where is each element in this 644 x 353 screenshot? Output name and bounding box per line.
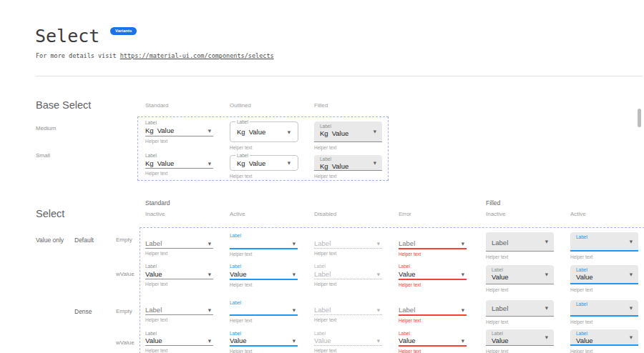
header-divider: [36, 76, 643, 76]
select-label: Label: [486, 329, 554, 337]
dropdown-arrow-icon: ▼: [630, 272, 633, 277]
select-value: Label: [399, 306, 415, 314]
helper-text: Helper text: [230, 145, 298, 150]
select-underline: [145, 136, 213, 136]
size-group-label-dense: Dense: [74, 308, 92, 315]
base-select-filled-small-field[interactable]: LabelKgValue▼: [314, 155, 382, 171]
helper-text: Helper text: [570, 287, 638, 292]
select-standard-active-default-empty-field[interactable]: ▼: [230, 239, 298, 248]
select-label: Label: [314, 264, 382, 269]
select-value: Value: [399, 337, 416, 344]
page-title: Select: [35, 26, 99, 46]
select-label: Label: [145, 264, 213, 269]
select-adornment: Kg: [145, 126, 154, 134]
select-filled-active-default-wvalue-field[interactable]: LabelValue▼: [570, 265, 638, 284]
select-standard-inactive-dense-wvalue-field[interactable]: Value▼: [145, 337, 213, 345]
select-label: Label: [145, 120, 213, 126]
select-standard-inactive-dense-empty-field[interactable]: Label▼: [145, 306, 213, 314]
select-standard-error-default-wvalue-field[interactable]: Value▼: [399, 269, 467, 279]
select-filled-inactive-default-wvalue: LabelValue▼Helper text: [486, 265, 554, 292]
helper-text: Helper text: [399, 282, 467, 287]
dropdown-arrow-icon: ▼: [545, 272, 548, 277]
helper-text: Helper text: [230, 349, 298, 353]
base-select-heading: Base Select: [36, 99, 91, 111]
column-header-standard: Standard: [145, 102, 168, 109]
select-standard-error-default-empty: Label▼Helper text: [399, 233, 467, 257]
dropdown-arrow-icon: ▼: [208, 338, 211, 344]
select-standard-inactive-default-wvalue-field[interactable]: Value▼: [145, 269, 213, 279]
base-select-standard-small: LabelKgValue▼Helper text: [145, 153, 213, 176]
intro-link[interactable]: https://material-ui.com/components/selec…: [120, 52, 274, 59]
select-filled-inactive-default-wvalue-field[interactable]: LabelValue▼: [486, 265, 554, 284]
base-select-filled-small: LabelKgValue▼Helper text: [314, 155, 382, 179]
select-value: Value: [399, 270, 416, 278]
select-filled-active-dense-empty: Label▼Helper text: [570, 300, 638, 324]
select-standard-disabled-dense-wvalue-field[interactable]: Value▼: [314, 337, 382, 345]
select-label: Label: [145, 331, 213, 337]
row-label-medium: Medium: [36, 125, 56, 131]
select-underline: [399, 248, 467, 249]
state-header-filled-active: Active: [570, 211, 586, 217]
helper-text: Helper text: [230, 174, 298, 179]
select-standard-error-default-empty-field[interactable]: Label▼: [399, 239, 467, 248]
select-filled-inactive-dense-wvalue-field[interactable]: LabelValue▼: [486, 329, 554, 346]
select-filled-active-dense-wvalue: LabelValue▼Helper text: [570, 329, 638, 353]
helper-text: Helper text: [314, 145, 382, 150]
select-standard-active-default-wvalue-field[interactable]: Value▼: [230, 269, 298, 279]
select-standard-disabled-dense-empty-field[interactable]: Label▼: [314, 306, 382, 314]
base-select-standard-small-field[interactable]: KgValue▼: [145, 159, 213, 168]
select-standard-error-dense-empty-field[interactable]: Label▼: [399, 306, 467, 314]
dropdown-arrow-icon: ▼: [462, 338, 464, 344]
select-standard-disabled-default-wvalue: LabelLabel▼Helper text: [314, 264, 382, 287]
select-label: [314, 233, 382, 239]
select-standard-disabled-default-wvalue-field[interactable]: Label▼: [314, 269, 382, 279]
helper-text: Helper text: [399, 252, 467, 257]
select-standard-error-dense-wvalue: LabelValue▼Helper text: [399, 331, 467, 353]
base-select-outlined-small-field[interactable]: LabelKgValue▼: [230, 155, 298, 171]
select-label: Label: [486, 232, 554, 247]
select-value: Value: [486, 273, 554, 282]
scrollbar-thumb[interactable]: [638, 109, 641, 127]
dropdown-arrow-icon: ▼: [462, 272, 464, 277]
select-underline: [145, 279, 213, 279]
select-label: Label: [235, 153, 250, 159]
select-label: Label: [230, 300, 298, 306]
base-select-standard-medium-field[interactable]: KgValue▼: [145, 126, 213, 136]
select-filled-active-dense-wvalue-field[interactable]: LabelValue▼: [570, 329, 638, 346]
helper-text: Helper text: [230, 282, 298, 287]
row-label-default-wvalue: wValue: [116, 271, 135, 277]
column-header-filled: Filled: [314, 102, 328, 109]
select-value: Value: [570, 337, 638, 345]
helper-text: Helper text: [230, 318, 298, 323]
select-filled-inactive-default-empty-field[interactable]: Label▼: [486, 232, 554, 252]
select-standard-error-dense-wvalue-field[interactable]: Value▼: [399, 337, 467, 345]
base-select-outlined-small: LabelKgValue▼Helper text: [230, 155, 298, 179]
dropdown-arrow-icon: ▼: [288, 160, 291, 166]
dropdown-arrow-icon: ▼: [293, 338, 296, 344]
select-filled-inactive-dense-empty-field[interactable]: Label▼: [486, 300, 554, 317]
select-adornment: Kg: [237, 159, 245, 167]
dropdown-arrow-icon: ▼: [293, 241, 296, 247]
base-select-filled-medium-field[interactable]: LabelKgValue▼: [314, 121, 382, 142]
helper-text: Helper text: [486, 287, 554, 292]
select-standard-active-dense-wvalue-field[interactable]: Value▼: [230, 337, 298, 345]
base-select-filled-medium: LabelKgValue▼Helper text: [314, 121, 382, 150]
select-standard-inactive-default-wvalue: LabelValue▼Helper text: [145, 264, 213, 287]
state-header-standard-active: Active: [230, 211, 245, 217]
select-standard-inactive-default-empty-field[interactable]: Label▼: [145, 239, 213, 248]
dropdown-arrow-icon: ▼: [630, 239, 633, 244]
select-value: Value: [145, 270, 162, 278]
dropdown-arrow-icon: ▼: [374, 160, 376, 166]
select-filled-active-dense-empty-field[interactable]: Label▼: [570, 300, 638, 317]
select-standard-disabled-dense-empty: Label▼Helper text: [314, 300, 382, 322]
select-standard-error-dense-empty: Label▼Helper text: [399, 300, 467, 323]
select-standard-disabled-default-empty-field[interactable]: Label▼: [314, 239, 382, 248]
select-variant-container: [140, 227, 644, 353]
select-filled-active-default-empty-field[interactable]: Label▼: [570, 232, 638, 252]
select-label: [399, 300, 467, 306]
select-label: [145, 233, 213, 239]
base-select-outlined-medium-field[interactable]: LabelKgValue▼: [230, 121, 298, 142]
size-group-label-default: Default: [74, 237, 94, 244]
select-value: Label: [314, 270, 331, 278]
select-standard-active-dense-empty-field[interactable]: ▼: [230, 306, 298, 314]
